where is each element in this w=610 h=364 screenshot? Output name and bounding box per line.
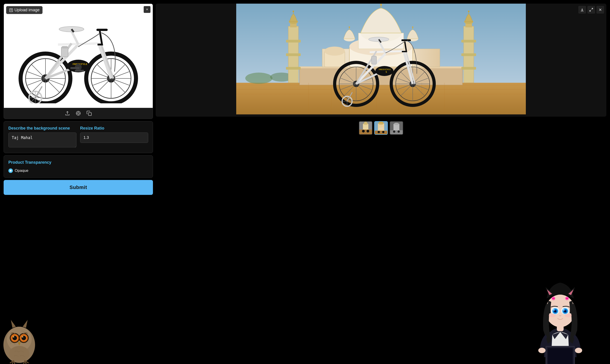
svg-rect-179 — [548, 348, 573, 364]
svg-point-139 — [393, 130, 395, 133]
svg-rect-129 — [375, 131, 387, 134]
svg-point-114 — [375, 66, 393, 76]
svg-point-170 — [563, 309, 565, 311]
thumbnails-row — [156, 119, 606, 137]
svg-rect-112 — [401, 39, 411, 41]
resize-input[interactable] — [80, 132, 148, 143]
svg-rect-70 — [286, 53, 301, 56]
svg-point-176 — [575, 348, 582, 353]
svg-rect-136 — [390, 130, 403, 134]
thumbnail-1-image — [359, 122, 372, 134]
target-tool-button[interactable] — [76, 111, 81, 116]
transparency-area: Product Transparency Opaque — [4, 155, 153, 178]
svg-rect-71 — [286, 67, 301, 70]
resize-handle: ⌟ — [75, 145, 76, 148]
owl-decoration — [0, 312, 39, 364]
resize-label: Resize Ratio — [80, 126, 148, 131]
controls-area: Describe the background scene Taj Mahal … — [4, 121, 153, 153]
svg-point-47 — [245, 73, 272, 84]
svg-point-174 — [565, 313, 572, 317]
share-tool-button[interactable] — [65, 111, 70, 116]
describe-textarea-wrapper: Taj Mahal ⌟ — [8, 132, 77, 148]
upload-label-text: Upload image — [14, 8, 40, 13]
target-icon — [76, 111, 81, 116]
svg-rect-79 — [461, 67, 476, 70]
download-button[interactable] — [578, 6, 586, 13]
copy-tool-button[interactable] — [86, 111, 92, 116]
describe-field-group: Describe the background scene Taj Mahal … — [8, 126, 77, 148]
submit-button[interactable]: Submit — [4, 180, 153, 195]
upload-icon — [9, 8, 13, 12]
download-icon — [580, 8, 584, 12]
thumbnail-1-inner — [359, 122, 372, 134]
svg-point-61 — [380, 4, 382, 6]
svg-point-169 — [553, 309, 555, 311]
svg-text:5: 5 — [386, 70, 387, 74]
svg-rect-32 — [75, 70, 84, 72]
svg-point-138 — [394, 123, 399, 125]
opaque-label: Opaque — [15, 169, 28, 173]
app-container: Upload image × — [0, 0, 610, 364]
describe-label: Describe the background scene — [8, 126, 77, 131]
describe-input[interactable]: Taj Mahal — [8, 132, 77, 147]
svg-point-132 — [378, 131, 380, 133]
svg-rect-42 — [88, 113, 91, 116]
svg-point-167 — [554, 310, 556, 312]
anime-character — [529, 267, 592, 364]
svg-rect-69 — [286, 40, 301, 42]
thumbnail-3-inner — [390, 122, 403, 134]
anime-decoration — [529, 267, 592, 364]
svg-point-153 — [9, 346, 29, 362]
svg-point-64 — [349, 26, 350, 28]
thumbnail-3[interactable] — [390, 121, 403, 135]
svg-rect-77 — [461, 40, 476, 42]
share-icon — [65, 111, 70, 116]
image-tools — [4, 108, 153, 119]
product-image: FREESTYLE 5 — [13, 8, 144, 103]
expand-button[interactable] — [587, 6, 595, 13]
svg-point-168 — [564, 310, 566, 312]
upload-button[interactable]: Upload image — [6, 6, 42, 14]
controls-row: Describe the background scene Taj Mahal … — [8, 126, 148, 148]
svg-point-67 — [412, 26, 413, 28]
transparency-radio-group: Opaque — [8, 169, 148, 173]
svg-rect-35 — [62, 46, 68, 48]
thumbnail-3-image — [390, 122, 403, 134]
svg-rect-160 — [566, 298, 568, 299]
svg-point-37 — [77, 112, 79, 114]
copy-icon — [86, 111, 92, 116]
svg-rect-123 — [359, 130, 372, 134]
result-image-container: FREESTYLE 5 — [156, 4, 606, 117]
thumbnail-2-inner — [375, 122, 387, 134]
svg-point-126 — [362, 130, 365, 132]
svg-rect-33 — [70, 67, 80, 69]
transparency-label: Product Transparency — [8, 160, 148, 165]
svg-point-140 — [397, 130, 400, 133]
opaque-option[interactable]: Opaque — [8, 169, 28, 173]
upload-area: Upload image × — [4, 4, 153, 119]
svg-rect-121 — [371, 56, 377, 64]
opaque-radio-dot-inner — [10, 170, 12, 172]
result-close-button[interactable] — [596, 6, 604, 13]
result-image: FREESTYLE 5 — [156, 4, 606, 114]
thumbnail-2-image — [375, 122, 387, 134]
svg-point-53 — [325, 47, 345, 56]
svg-point-151 — [13, 336, 14, 338]
close-upload-button[interactable]: × — [144, 6, 150, 13]
svg-point-127 — [366, 130, 369, 132]
expand-icon — [589, 8, 593, 12]
svg-rect-46 — [236, 83, 526, 114]
thumbnail-2[interactable] — [374, 121, 388, 135]
svg-point-173 — [549, 313, 556, 317]
svg-rect-20 — [96, 29, 108, 31]
svg-text:FREESTYLE: FREESTYLE — [379, 68, 391, 71]
close-icon — [598, 8, 602, 12]
result-action-buttons — [578, 6, 604, 13]
svg-point-175 — [538, 348, 545, 353]
thumbnail-1[interactable] — [359, 121, 372, 135]
svg-point-75 — [293, 11, 294, 12]
svg-rect-78 — [461, 53, 476, 56]
resize-field-group: Resize Ratio — [80, 126, 148, 148]
svg-rect-159 — [552, 298, 555, 299]
opaque-radio-dot — [8, 169, 13, 173]
